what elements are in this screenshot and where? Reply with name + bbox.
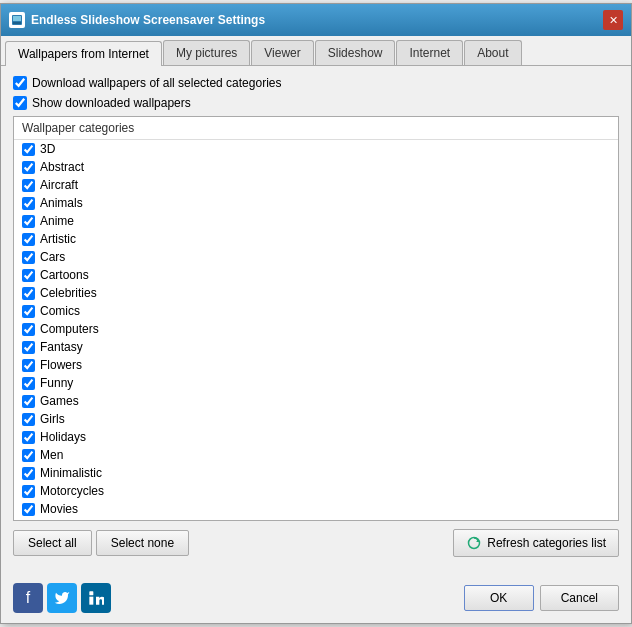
window-title: Endless Slideshow Screensaver Settings <box>31 13 265 27</box>
category-label[interactable]: Motorcycles <box>40 484 104 498</box>
category-label[interactable]: Flowers <box>40 358 82 372</box>
category-checkbox-computers[interactable] <box>22 323 35 336</box>
svg-rect-5 <box>89 591 93 595</box>
bottom-buttons: Select all Select none Refresh categorie… <box>13 529 619 557</box>
show-checkbox[interactable] <box>13 96 27 110</box>
list-item: Music <box>14 518 618 520</box>
dialog-buttons: OK Cancel <box>464 585 619 611</box>
list-item: Funny <box>14 374 618 392</box>
list-item: Fantasy <box>14 338 618 356</box>
categories-list-container: Wallpaper categories 3DAbstractAircraftA… <box>13 116 619 521</box>
refresh-icon <box>466 535 482 551</box>
category-checkbox-anime[interactable] <box>22 215 35 228</box>
main-window: Endless Slideshow Screensaver Settings ✕… <box>0 3 632 624</box>
category-checkbox-celebrities[interactable] <box>22 287 35 300</box>
title-bar-left: Endless Slideshow Screensaver Settings <box>9 12 265 28</box>
list-item: Anime <box>14 212 618 230</box>
download-label[interactable]: Download wallpapers of all selected cate… <box>32 76 281 90</box>
tab-internet[interactable]: Internet <box>396 40 463 65</box>
category-checkbox-cars[interactable] <box>22 251 35 264</box>
linkedin-button[interactable] <box>81 583 111 613</box>
category-checkbox-comics[interactable] <box>22 305 35 318</box>
category-label[interactable]: Cartoons <box>40 268 89 282</box>
footer: f OK Cancel <box>1 577 631 623</box>
list-body[interactable]: 3DAbstractAircraftAnimalsAnimeArtisticCa… <box>14 140 618 520</box>
category-checkbox-3d[interactable] <box>22 143 35 156</box>
category-label[interactable]: Funny <box>40 376 73 390</box>
category-label[interactable]: Cars <box>40 250 65 264</box>
category-label[interactable]: Movies <box>40 502 78 516</box>
download-checkbox-row: Download wallpapers of all selected cate… <box>13 76 619 90</box>
category-label[interactable]: Holidays <box>40 430 86 444</box>
category-checkbox-games[interactable] <box>22 395 35 408</box>
bottom-left-buttons: Select all Select none <box>13 530 189 556</box>
category-label[interactable]: Abstract <box>40 160 84 174</box>
show-label[interactable]: Show downloaded wallpapers <box>32 96 191 110</box>
category-label[interactable]: Computers <box>40 322 99 336</box>
tab-wallpapers[interactable]: Wallpapers from Internet <box>5 41 162 66</box>
category-label[interactable]: Minimalistic <box>40 466 102 480</box>
category-checkbox-cartoons[interactable] <box>22 269 35 282</box>
list-item: Minimalistic <box>14 464 618 482</box>
list-item: Movies <box>14 500 618 518</box>
category-label[interactable]: Men <box>40 448 63 462</box>
list-item: Animals <box>14 194 618 212</box>
title-bar: Endless Slideshow Screensaver Settings ✕ <box>1 4 631 36</box>
category-label[interactable]: Aircraft <box>40 178 78 192</box>
content-area: Download wallpapers of all selected cate… <box>1 66 631 577</box>
tab-slideshow[interactable]: Slideshow <box>315 40 396 65</box>
category-checkbox-artistic[interactable] <box>22 233 35 246</box>
ok-button[interactable]: OK <box>464 585 534 611</box>
category-checkbox-minimalistic[interactable] <box>22 467 35 480</box>
category-checkbox-animals[interactable] <box>22 197 35 210</box>
category-checkbox-aircraft[interactable] <box>22 179 35 192</box>
category-label[interactable]: 3D <box>40 142 55 156</box>
close-button[interactable]: ✕ <box>603 10 623 30</box>
refresh-label: Refresh categories list <box>487 536 606 550</box>
category-checkbox-fantasy[interactable] <box>22 341 35 354</box>
category-checkbox-flowers[interactable] <box>22 359 35 372</box>
list-item: 3D <box>14 140 618 158</box>
category-checkbox-men[interactable] <box>22 449 35 462</box>
category-checkbox-girls[interactable] <box>22 413 35 426</box>
svg-rect-6 <box>89 597 93 605</box>
category-label[interactable]: Artistic <box>40 232 76 246</box>
tab-viewer[interactable]: Viewer <box>251 40 313 65</box>
cancel-button[interactable]: Cancel <box>540 585 619 611</box>
list-item: Games <box>14 392 618 410</box>
tab-about[interactable]: About <box>464 40 521 65</box>
svg-rect-2 <box>13 22 21 24</box>
select-none-button[interactable]: Select none <box>96 530 189 556</box>
category-label[interactable]: Fantasy <box>40 340 83 354</box>
category-label[interactable]: Anime <box>40 214 74 228</box>
list-item: Flowers <box>14 356 618 374</box>
category-checkbox-movies[interactable] <box>22 503 35 516</box>
select-all-button[interactable]: Select all <box>13 530 92 556</box>
list-item: Cars <box>14 248 618 266</box>
list-item: Artistic <box>14 230 618 248</box>
list-item: Girls <box>14 410 618 428</box>
facebook-button[interactable]: f <box>13 583 43 613</box>
category-label[interactable]: Animals <box>40 196 83 210</box>
list-item: Comics <box>14 302 618 320</box>
category-checkbox-holidays[interactable] <box>22 431 35 444</box>
app-icon <box>9 12 25 28</box>
refresh-button[interactable]: Refresh categories list <box>453 529 619 557</box>
social-icons: f <box>13 583 111 613</box>
category-checkbox-motorcycles[interactable] <box>22 485 35 498</box>
category-label[interactable]: Celebrities <box>40 286 97 300</box>
category-checkbox-funny[interactable] <box>22 377 35 390</box>
list-item: Motorcycles <box>14 482 618 500</box>
list-item: Men <box>14 446 618 464</box>
category-label[interactable]: Comics <box>40 304 80 318</box>
download-checkbox[interactable] <box>13 76 27 90</box>
category-label[interactable]: Games <box>40 394 79 408</box>
list-header: Wallpaper categories <box>14 117 618 140</box>
category-checkbox-abstract[interactable] <box>22 161 35 174</box>
list-item: Aircraft <box>14 176 618 194</box>
tab-my-pictures[interactable]: My pictures <box>163 40 250 65</box>
category-label[interactable]: Girls <box>40 412 65 426</box>
tab-bar: Wallpapers from Internet My pictures Vie… <box>1 36 631 66</box>
twitter-button[interactable] <box>47 583 77 613</box>
svg-rect-1 <box>13 16 21 21</box>
